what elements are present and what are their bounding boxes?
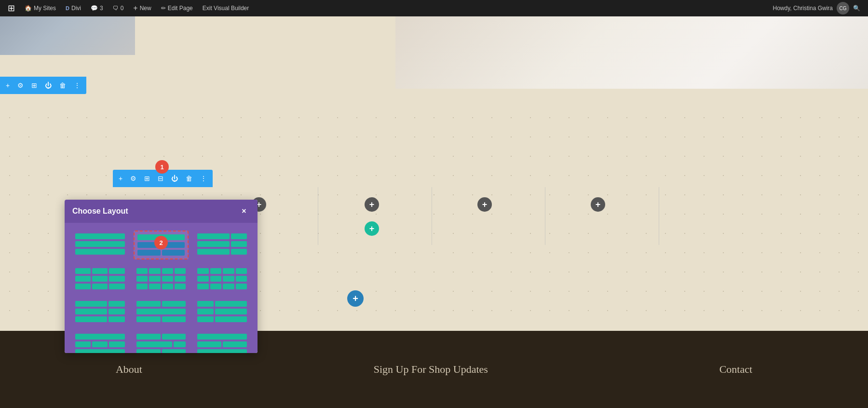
layout-mixed2[interactable] — [134, 298, 189, 325]
edit-page-menu[interactable]: ✏ Edit Page — [157, 0, 197, 16]
footer-signup[interactable]: Sign Up For Shop Updates — [374, 363, 488, 376]
layout-single[interactable] — [72, 231, 128, 259]
v-line-3 — [545, 187, 545, 245]
comment-icon: 💬 — [91, 5, 98, 12]
plus-btn-2[interactable]: + — [365, 197, 379, 212]
edit-page-label: Edit Page — [168, 5, 193, 12]
layout-quad-selected[interactable] — [134, 265, 189, 292]
plus-btn-4[interactable]: + — [591, 197, 605, 212]
clone2-icon[interactable]: ⊞ — [144, 175, 150, 182]
comments-menu[interactable]: 💬 3 — [87, 0, 107, 16]
add-row-icon[interactable]: + — [6, 82, 10, 89]
exit-vb-menu[interactable]: Exit Visual Builder — [199, 0, 253, 16]
plus-btn-bottom[interactable]: + — [347, 290, 364, 307]
layout-triple[interactable] — [72, 265, 128, 292]
home-icon: 🏠 — [25, 5, 32, 12]
v-line-2 — [432, 187, 432, 245]
new-label: New — [140, 5, 151, 12]
layout-row3[interactable] — [194, 331, 250, 353]
row-toolbar-top: + ⚙ ⊞ ⏻ 🗑 ⋮ — [0, 77, 86, 94]
avatar[interactable]: CG — [837, 2, 849, 14]
v-line-1 — [318, 187, 318, 245]
v-line-4 — [659, 187, 659, 245]
settings2-icon[interactable]: ⚙ — [130, 175, 136, 182]
search-icon[interactable]: 🔍 — [853, 5, 860, 12]
wordpress-icon: ⊞ — [8, 3, 15, 14]
add-row2-icon[interactable]: + — [119, 175, 122, 182]
delete-icon[interactable]: 🗑 — [59, 82, 66, 89]
page-content: + ⚙ ⊞ ⏻ 🗑 ⋮ 1 + ⚙ ⊞ ⊟ ⏻ 🗑 ⋮ Choose Layou… — [0, 16, 868, 408]
more2-icon[interactable]: ⋮ — [200, 175, 207, 182]
comments-zero[interactable]: 🗨 0 — [109, 0, 128, 16]
user-greeting: Howdy, Christina Gwira — [773, 5, 833, 12]
badge-1: 1 — [155, 160, 169, 174]
edit-icon: ✏ — [161, 5, 166, 12]
layout-row2[interactable] — [134, 331, 189, 353]
choose-layout-popup: Choose Layout × — [65, 200, 258, 353]
layout-mixed3[interactable] — [194, 298, 250, 325]
footer-about[interactable]: About — [116, 363, 142, 376]
admin-bar: ⊞ 🏠 My Sites D Divi 💬 3 🗨 0 + New ✏ Edit… — [0, 0, 868, 16]
plus-btn-teal[interactable]: + — [365, 221, 379, 236]
layout-double-unequal[interactable] — [194, 231, 250, 259]
my-sites-label: My Sites — [34, 5, 56, 12]
wordpress-logo[interactable]: ⊞ — [4, 0, 19, 16]
footer-contact[interactable]: Contact — [719, 363, 752, 376]
top-image-right — [395, 16, 868, 89]
exit-vb-label: Exit Visual Builder — [203, 5, 249, 12]
my-sites-menu[interactable]: 🏠 My Sites — [21, 0, 60, 16]
disable2-icon[interactable]: ⏻ — [171, 175, 178, 182]
popup-title: Choose Layout — [72, 207, 128, 216]
clone-icon[interactable]: ⊞ — [31, 82, 37, 89]
layout-mixed1[interactable] — [72, 298, 128, 325]
more-icon[interactable]: ⋮ — [74, 82, 81, 89]
popup-header: Choose Layout × — [65, 200, 258, 223]
divi-icon: D — [66, 5, 69, 11]
comments-count: 3 — [100, 5, 103, 12]
badge-2: 2 — [154, 236, 168, 249]
divi-label: Divi — [71, 5, 81, 12]
delete2-icon[interactable]: 🗑 — [186, 175, 192, 182]
layout-row1[interactable] — [72, 331, 128, 353]
plus-btn-3[interactable]: + — [477, 197, 492, 212]
speech-icon: 🗨 — [113, 5, 119, 12]
comments-zero-label: 0 — [121, 5, 124, 12]
top-image-left — [0, 16, 135, 55]
divi-menu[interactable]: D Divi — [62, 0, 85, 16]
admin-bar-right: Howdy, Christina Gwira CG 🔍 — [773, 2, 864, 14]
disable-icon[interactable]: ⏻ — [45, 82, 52, 89]
new-menu[interactable]: + New — [129, 0, 155, 16]
popup-close-button[interactable]: × — [238, 205, 250, 217]
settings-icon[interactable]: ⚙ — [17, 82, 24, 89]
save2-icon[interactable]: ⊟ — [158, 175, 163, 182]
plus-icon: + — [133, 4, 137, 13]
layout-quad[interactable] — [194, 265, 250, 292]
